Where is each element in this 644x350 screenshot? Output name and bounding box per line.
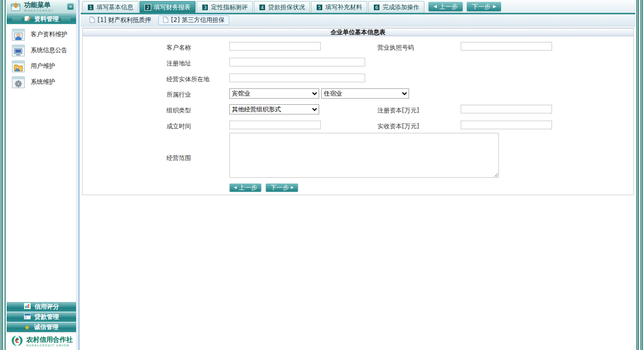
sidebar-item-customer-profile[interactable]: 客户资料维护 [12,27,76,42]
tab-label: 定性指标测评 [211,3,248,12]
document-icon [89,16,95,25]
rural-credit-union-logo-icon: C [10,334,24,349]
customer-name-label: 客户名称 [166,43,191,52]
chevron-down-icon: » [68,5,73,8]
customer-profile-icon [12,29,25,41]
subtab-property-rights-pledge[interactable]: [1] 财产权利抵质押 [85,15,156,25]
function-menu-icon [11,2,21,11]
prev-step-button-bottom[interactable]: ◀ 上一步 [229,183,261,192]
sidebar-section-integrity-management[interactable]: ★ 诚信管理 [7,322,76,332]
right-edge-stripes [635,0,644,350]
reg-capital-input[interactable] [461,105,552,113]
found-date-input[interactable] [229,121,321,129]
section-deco-right [62,17,70,21]
sidebar-bar-label: 贷款管理 [35,313,59,321]
tab-fill-supplementary-materials[interactable]: 5 填写补充材料 [311,1,367,13]
business-scope-label: 经营范围 [166,154,191,162]
license-no-label: 营业执照号码 [377,43,414,52]
industry-major-select[interactable]: 宾馆业 [229,88,319,99]
tab-number-icon: 6 [373,4,380,11]
reg-address-label: 注册地址 [166,59,191,68]
guarantee-subtab-bar: [1] 财产权利抵质押 [2] 第三方信用担保 [81,14,635,27]
edit-page-icon [24,15,31,23]
sidebar-section-credit-score[interactable]: 信用评分 [7,302,76,312]
subtab-third-party-credit-guarantee[interactable]: [2] 第三方信用担保 [158,15,229,25]
user-maintenance-icon [12,60,25,73]
content-area: 企业单位基本信息表 客户名称 营业执照号码 注册地址 经营实体所在地 所属行业 … [81,27,635,350]
org-name: 农村信用合作社 [27,336,73,343]
wizard-tab-bar: 1 填写基本信息 2 填写财务报表 3 定性指标测评 4 贷款担保状况 5 填写… [81,0,635,13]
prev-step-label: 上一步 [439,3,458,11]
sidebar-bar-label: 信用评分 [35,302,59,311]
form-title: 企业单位基本信息表 [83,28,633,36]
next-step-button-bottom[interactable]: 下一步 ▶ [266,183,298,192]
org-type-select[interactable]: 其他经营组织形式 [229,104,319,114]
entity-location-input[interactable] [229,74,365,82]
next-step-button-top[interactable]: 下一步 ▶ [466,2,502,12]
sidebar-section-label: 资料管理 [34,15,59,24]
system-notice-icon [12,44,25,57]
sidebar-title: 功能菜单 [24,2,67,8]
industry-minor-select[interactable]: 住宿业 [321,88,409,99]
sidebar-item-label: 系统信息公告 [31,46,67,55]
next-step-label: 下一步 [270,183,289,192]
form-button-row: ◀ 上一步 下一步 ▶ [229,183,298,192]
tab-fill-financial-report[interactable]: 2 填写财务报表 [139,1,196,13]
sidebar-header-text: 功能菜单 MANAGEMENT [24,2,67,12]
right-arrow-icon: ▶ [493,5,496,9]
prev-step-label: 上一步 [238,183,257,192]
tab-number-icon: 4 [259,4,266,11]
sidebar-subtitle: MANAGEMENT [24,9,67,12]
tab-loan-guarantee-status[interactable]: 4 贷款担保状况 [254,1,310,13]
subtab-label: [2] 第三方信用担保 [171,16,225,25]
paid-capital-label: 实收资本[万元] [377,122,419,131]
found-date-label: 成立时间 [166,122,191,131]
tab-number-icon: 5 [316,4,323,11]
sidebar-menu: 客户资料维护 系统信息公告 [7,25,76,90]
sidebar-splitter[interactable] [77,0,81,350]
sidebar-item-label: 用户维护 [31,62,55,71]
sidebar-item-label: 客户资料维护 [31,30,67,39]
tab-label: 填写基本信息 [97,3,133,12]
prev-step-button-top[interactable]: ◀ 上一步 [428,2,463,12]
sidebar-section-loan-management[interactable]: 贷款管理 [7,312,76,322]
sidebar-item-system-maintenance[interactable]: 系统维护 [12,74,76,90]
tab-number-icon: 1 [87,4,94,11]
org-name-en: RURALCREDIT UNION [27,343,73,347]
industry-label: 所属行业 [166,90,191,99]
license-no-input[interactable] [461,42,552,51]
entity-location-label: 经营实体所在地 [166,75,209,84]
document-icon [163,16,169,25]
enterprise-basic-info-form: 企业单位基本信息表 客户名称 营业执照号码 注册地址 经营实体所在地 所属行业 … [82,28,634,195]
collapse-sidebar-button[interactable]: » [67,3,74,10]
credit-score-icon [24,303,31,311]
reg-capital-label: 注册资本[万元] [377,106,419,115]
section-deco-left [13,17,21,21]
sidebar-item-label: 系统维护 [31,78,55,86]
sidebar-section-data-management[interactable]: 资料管理 [7,14,76,25]
paid-capital-input[interactable] [461,121,552,129]
org-logo-text: 农村信用合作社 RURALCREDIT UNION [27,336,73,347]
tab-label: 填写补充材料 [325,3,362,12]
loan-management-icon [24,313,31,321]
tab-label: 填写财务报表 [154,3,190,12]
left-arrow-icon: ◀ [434,5,437,9]
tab-fill-basic-info[interactable]: 1 填写基本信息 [82,1,138,13]
main-area: 1 填写基本信息 2 填写财务报表 3 定性指标测评 4 贷款担保状况 5 填写… [81,0,635,350]
reg-address-input[interactable] [229,58,365,66]
sidebar-spacer [7,90,76,302]
sidebar-item-system-notice[interactable]: 系统信息公告 [12,42,76,58]
tab-complete-add-operation[interactable]: 6 完成添加操作 [368,1,424,13]
sidebar-bar-label: 诚信管理 [34,323,58,332]
customer-name-input[interactable] [229,42,321,51]
tab-number-icon: 3 [202,4,208,11]
tab-label: 贷款担保状况 [268,3,305,12]
tab-qualitative-assessment[interactable]: 3 定性指标测评 [197,1,253,13]
integrity-star-icon: ★ [25,324,30,331]
app-window: 功能菜单 MANAGEMENT » 资料管理 [0,0,644,350]
system-maintenance-icon [12,76,25,88]
business-scope-textarea[interactable] [229,133,499,178]
sidebar-item-user-maintenance[interactable]: 用户维护 [12,58,76,74]
svg-text:C: C [15,338,19,344]
next-step-label: 下一步 [472,3,490,11]
